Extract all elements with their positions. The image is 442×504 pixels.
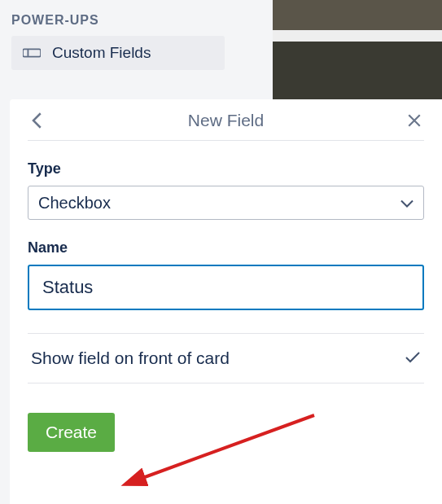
svg-rect-0 (23, 49, 41, 56)
type-value: Checkbox (38, 194, 111, 213)
custom-fields-icon (23, 47, 41, 59)
show-field-front-toggle[interactable]: Show field on front of card (28, 333, 424, 383)
chevron-down-icon (400, 194, 414, 213)
type-label: Type (28, 160, 424, 177)
name-input[interactable] (28, 265, 424, 310)
new-field-popover: New Field Type Checkbox Name Show field … (10, 99, 442, 504)
type-select[interactable]: Checkbox (28, 186, 424, 220)
annotation-arrow (119, 412, 322, 493)
create-button[interactable]: Create (28, 413, 115, 452)
close-button[interactable] (405, 111, 424, 130)
back-button[interactable] (28, 111, 47, 130)
popover-header: New Field (28, 111, 424, 141)
svg-line-3 (127, 415, 314, 484)
check-icon (405, 348, 421, 368)
name-label: Name (28, 239, 424, 256)
popover-title: New Field (188, 111, 264, 130)
powerup-label: Custom Fields (52, 44, 151, 62)
powerup-custom-fields[interactable]: Custom Fields (11, 36, 225, 70)
show-field-label: Show field on front of card (31, 348, 230, 368)
card-background (273, 0, 442, 99)
